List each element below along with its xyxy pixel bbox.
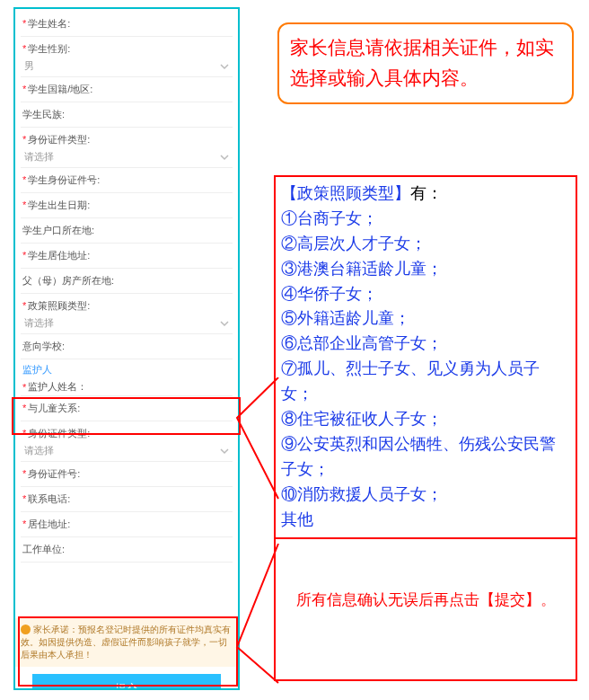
label-relation: 与儿童关系: xyxy=(28,403,80,413)
policy-item: ①台商子女； xyxy=(281,209,378,227)
callout-parent-info: 家长信息请依据相关证件，如实选择或输入具体内容。 xyxy=(277,22,574,104)
label-student-name: 学生姓名: xyxy=(28,18,70,29)
value-student-gender: 男 xyxy=(24,59,34,73)
policy-item: 其他 xyxy=(281,510,313,528)
field-target-school[interactable]: 意向学校: xyxy=(21,334,233,359)
label-g-id-type: 身份证件类型: xyxy=(28,428,90,439)
label-g-address: 居住地址: xyxy=(28,518,70,529)
field-student-ethnic[interactable]: 学生民族: xyxy=(21,102,233,128)
field-g-workplace[interactable]: 工作单位: xyxy=(21,537,233,563)
chevron-down-icon xyxy=(220,62,229,71)
select-policy-type[interactable]: 请选择 xyxy=(22,315,231,331)
label-birthday: 学生出生日期: xyxy=(28,199,90,210)
field-parent-property[interactable]: 父（母）房产所在地: xyxy=(21,269,233,294)
placeholder-id-type: 请选择 xyxy=(24,150,54,164)
field-g-address[interactable]: *居住地址: xyxy=(21,512,233,537)
field-student-nation[interactable]: *学生国籍/地区: xyxy=(21,77,233,102)
declare-text: 家长承诺：预报名登记时提供的所有证件均真实有效。如因提供伪造、虚假证件而影响孩子… xyxy=(21,625,231,660)
label-student-ethnic: 学生民族: xyxy=(22,109,65,120)
label-student-gender: 学生性别: xyxy=(28,43,70,54)
policy-item: ⑩消防救援人员子女； xyxy=(281,485,443,503)
callout-parent-info-text: 家长信息请依据相关证件，如实选择或输入具体内容。 xyxy=(290,37,554,89)
policy-item: ③港澳台籍适龄儿童； xyxy=(281,260,443,278)
policy-item: ②高层次人才子女； xyxy=(281,235,426,253)
policy-item: ④华侨子女； xyxy=(281,285,378,303)
label-target-school: 意向学校: xyxy=(22,341,65,351)
label-student-nation: 学生国籍/地区: xyxy=(28,84,92,94)
select-student-gender[interactable]: 男 xyxy=(22,58,231,74)
label-residence: 学生居住地址: xyxy=(28,250,90,261)
submit-bar: 提交 xyxy=(15,667,238,690)
field-g-id-number[interactable]: *身份证件号: xyxy=(21,462,233,487)
field-student-gender[interactable]: *学生性别: 男 xyxy=(21,37,233,77)
field-household[interactable]: 学生户口所在地: xyxy=(21,218,233,244)
label-g-workplace: 工作单位: xyxy=(22,544,65,554)
callout-confirm: 所有信息确认无误后再点击【提交】。 xyxy=(274,537,577,681)
warning-icon xyxy=(21,625,31,634)
mobile-form-frame: *学生姓名: *学生性别: 男 *学生国籍/地区: 学生民族: *身份证件类型:… xyxy=(13,7,240,690)
label-policy-type: 政策照顾类型: xyxy=(28,300,90,311)
field-birthday[interactable]: *学生出生日期: xyxy=(21,193,233,218)
pointer-to-submit xyxy=(235,544,285,687)
field-g-phone[interactable]: *联系电话: xyxy=(21,487,233,512)
chevron-down-icon xyxy=(220,153,229,162)
field-g-id-type[interactable]: *身份证件类型: 请选择 xyxy=(21,421,233,462)
field-student-name[interactable]: *学生姓名: xyxy=(21,12,233,37)
submit-button[interactable]: 提交 xyxy=(32,674,221,690)
placeholder-policy-type: 请选择 xyxy=(24,316,54,330)
policy-item: ⑦孤儿、烈士子女、见义勇为人员子女； xyxy=(281,359,540,403)
field-guardian-name[interactable]: *监护人姓名： xyxy=(21,378,233,396)
field-relation[interactable]: *与儿童关系: xyxy=(21,396,233,421)
label-g-id-number: 身份证件号: xyxy=(28,468,80,479)
chevron-down-icon xyxy=(220,319,229,328)
policy-title-suffix: 有： xyxy=(410,184,443,202)
label-id-type: 身份证件类型: xyxy=(28,134,90,145)
policy-item: ⑧住宅被征收人子女； xyxy=(281,410,443,428)
select-g-id-type[interactable]: 请选择 xyxy=(22,443,231,458)
placeholder-g-id-type: 请选择 xyxy=(24,444,54,457)
pointer-to-guardian xyxy=(235,377,285,503)
field-id-number[interactable]: *学生身份证件号: xyxy=(21,168,233,193)
select-id-type[interactable]: 请选择 xyxy=(22,149,231,164)
declare-box: 家长承诺：预报名登记时提供的所有证件均真实有效。如因提供伪造、虚假证件而影响孩子… xyxy=(15,618,238,667)
label-parent-property: 父（母）房产所在地: xyxy=(22,275,114,286)
form-body: *学生姓名: *学生性别: 男 *学生国籍/地区: 学生民族: *身份证件类型:… xyxy=(15,9,238,618)
label-guardian-name: 监护人姓名： xyxy=(28,380,87,394)
field-id-type[interactable]: *身份证件类型: 请选择 xyxy=(21,128,233,168)
confirm-text: 所有信息确认无误后再点击【提交】。 xyxy=(296,591,556,608)
chevron-down-icon xyxy=(220,447,229,456)
field-policy-type[interactable]: *政策照顾类型: 请选择 xyxy=(21,294,233,334)
field-residence[interactable]: *学生居住地址: xyxy=(21,244,233,269)
policy-item: ⑥总部企业高管子女； xyxy=(281,334,443,352)
policy-item: ⑨公安英烈和因公牺牲、伤残公安民警子女； xyxy=(281,435,556,478)
callout-policy: 【政策照顾类型】有： ①台商子女； ②高层次人才子女； ③港澳台籍适龄儿童； ④… xyxy=(274,175,577,539)
label-id-number: 学生身份证件号: xyxy=(28,174,100,185)
section-guardian: 监护人 xyxy=(21,361,233,378)
policy-item: ⑤外籍适龄儿童； xyxy=(281,309,410,327)
policy-title: 【政策照顾类型】 xyxy=(281,184,410,202)
label-household: 学生户口所在地: xyxy=(22,225,94,235)
label-g-phone: 联系电话: xyxy=(28,493,70,504)
